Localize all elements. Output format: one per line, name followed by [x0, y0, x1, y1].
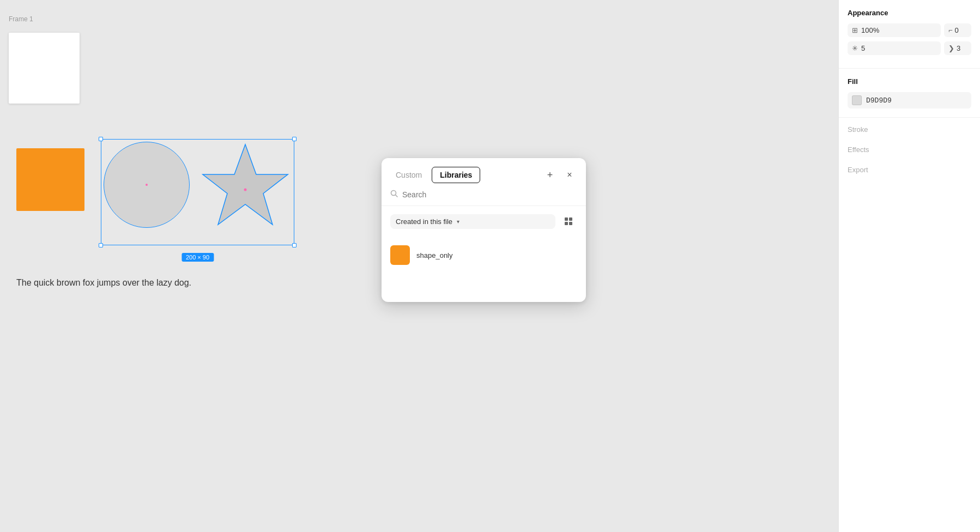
corner-radius-field[interactable]: ⌐ 0	[944, 23, 971, 37]
circle-shape[interactable]	[104, 142, 190, 228]
handle-bottom-right[interactable]	[292, 243, 297, 247]
list-item[interactable]: shape_only	[390, 241, 577, 269]
library-items-list: shape_only	[382, 237, 586, 302]
grid-view-button[interactable]	[560, 213, 577, 230]
item-label: shape_only	[416, 251, 453, 259]
export-label: Export	[839, 158, 980, 178]
blur-value: 5	[861, 44, 936, 52]
svg-line-3	[396, 195, 398, 197]
tab-custom[interactable]: Custom	[390, 167, 427, 183]
appearance-title: Appearance	[848, 9, 971, 17]
orange-rectangle[interactable]	[16, 148, 84, 211]
item-thumbnail	[390, 245, 410, 265]
modal-filter-row: Created in this file ▾	[382, 206, 586, 237]
blend-value: 3	[957, 44, 960, 52]
opacity-field[interactable]: ⊞ 100%	[848, 23, 941, 37]
blend-icon: ❯	[948, 44, 954, 52]
fill-color-swatch[interactable]	[852, 95, 862, 105]
blur-icon: ✳	[852, 44, 858, 52]
frame-thumbnail	[9, 33, 80, 104]
modal-search-bar	[382, 190, 586, 206]
svg-marker-0	[203, 144, 288, 225]
circle-center-point	[146, 184, 148, 186]
star-shape[interactable]	[202, 142, 289, 232]
tab-libraries[interactable]: Libraries	[432, 167, 480, 183]
library-modal: Custom Libraries + × Created in this fil…	[382, 158, 586, 302]
fill-row[interactable]: D9D9D9	[848, 92, 971, 108]
handle-top-right[interactable]	[292, 137, 297, 141]
blend-mode-field[interactable]: ❯ 3	[944, 41, 971, 55]
effects-label: Effects	[839, 138, 980, 158]
chevron-down-icon: ▾	[457, 219, 459, 225]
fill-title: Fill	[848, 77, 971, 86]
modal-header: Custom Libraries + ×	[382, 158, 586, 190]
svg-point-1	[244, 189, 247, 191]
fill-section: Fill D9D9D9	[839, 69, 980, 118]
frame-label: Frame 1	[9, 15, 33, 23]
modal-add-button[interactable]: +	[542, 167, 558, 183]
handle-top-left[interactable]	[99, 137, 103, 141]
filter-label: Created in this file	[396, 217, 452, 226]
blur-row: ✳ 5 ❯ 3	[848, 41, 971, 55]
opacity-row: ⊞ 100% ⌐ 0	[848, 23, 971, 37]
handle-bottom-left[interactable]	[99, 243, 103, 247]
selected-group[interactable]: 200 × 90	[101, 139, 294, 245]
opacity-value: 100%	[861, 26, 936, 34]
filter-dropdown[interactable]: Created in this file ▾	[390, 214, 555, 229]
dimension-label: 200 × 90	[182, 253, 214, 262]
search-input[interactable]	[402, 190, 577, 199]
canvas-area: Frame 1 200 × 90 The quick brown fox jum…	[0, 0, 838, 532]
appearance-section: Appearance ⊞ 100% ⌐ 0 ✳ 5 ❯ 3	[839, 0, 980, 69]
corner-radius-value: 0	[955, 26, 959, 34]
grid-icon	[565, 217, 572, 225]
fill-hex-value: D9D9D9	[866, 96, 892, 105]
right-panel: Appearance ⊞ 100% ⌐ 0 ✳ 5 ❯ 3 Fill	[838, 0, 980, 532]
stroke-label: Stroke	[839, 118, 980, 138]
canvas-text: The quick brown fox jumps over the lazy …	[16, 278, 191, 288]
modal-close-button[interactable]: ×	[562, 167, 577, 183]
corner-radius-icon: ⌐	[948, 26, 953, 34]
blur-field[interactable]: ✳ 5	[848, 41, 941, 55]
search-icon	[390, 190, 398, 199]
opacity-icon: ⊞	[852, 26, 858, 34]
